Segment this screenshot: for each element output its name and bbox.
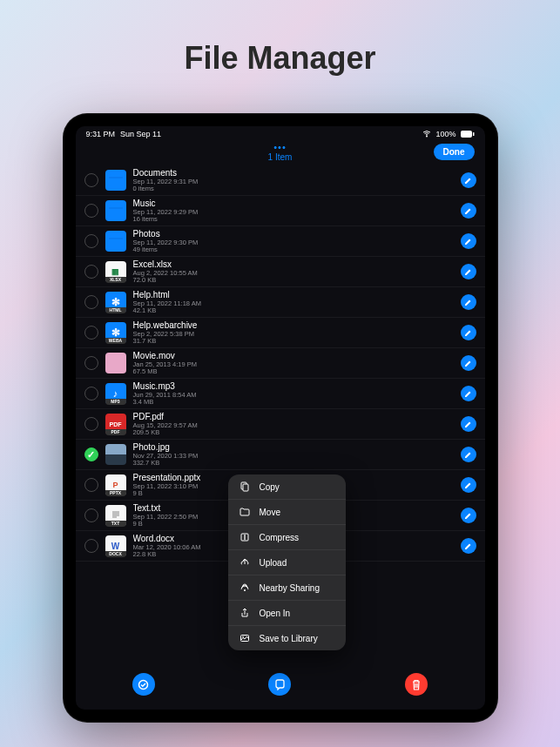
wifi-icon <box>422 131 431 138</box>
file-name: Music <box>133 199 454 209</box>
file-type-icon: TXT <box>105 505 126 526</box>
status-time: 9:31 PM <box>86 130 116 138</box>
file-date: Jan 25, 2013 4:19 PM <box>133 361 454 368</box>
svg-rect-2 <box>473 132 475 136</box>
file-row[interactable]: Movie.movJan 25, 2013 4:19 PM67.5 MB <box>76 348 485 379</box>
edit-button[interactable] <box>461 325 476 340</box>
file-info: MusicSep 11, 2022 9:29 PM16 items <box>133 199 454 224</box>
menu-item-upload[interactable]: Upload <box>228 550 346 575</box>
file-size: 31.7 KB <box>133 338 454 345</box>
selection-checkbox[interactable] <box>84 173 98 187</box>
file-row[interactable]: ♪MP3Music.mp3Jun 29, 2011 8:54 AM3.4 MB <box>76 379 485 409</box>
file-name: Help.webarchive <box>133 320 454 331</box>
file-info: PhotosSep 11, 2022 9:30 PM49 items <box>133 229 454 254</box>
selection-count: 1 Item <box>268 152 293 162</box>
selection-checkbox[interactable] <box>84 387 98 400</box>
file-type-icon: ♪MP3 <box>105 383 126 404</box>
menu-item-compress[interactable]: Compress <box>228 525 346 550</box>
edit-button[interactable] <box>461 203 476 219</box>
done-button[interactable]: Done <box>434 144 475 160</box>
selection-checkbox[interactable] <box>84 234 98 248</box>
file-name: Photos <box>133 229 454 239</box>
file-size: 16 items <box>133 216 454 223</box>
selection-checkbox[interactable] <box>84 508 98 522</box>
menu-item-label: Open In <box>260 609 291 618</box>
edit-button[interactable] <box>461 355 476 371</box>
edit-button[interactable] <box>461 416 476 432</box>
screen: 9:31 PM Sun Sep 11 100% ••• 1 Item Done … <box>76 126 485 710</box>
file-row[interactable]: MusicSep 11, 2022 9:29 PM16 items <box>76 196 485 226</box>
delete-button[interactable] <box>405 673 428 696</box>
edit-button[interactable] <box>461 264 476 279</box>
file-info: Movie.movJan 25, 2013 4:19 PM67.5 MB <box>133 351 454 376</box>
menu-item-label: Compress <box>260 533 300 542</box>
file-name: Help.html <box>133 290 454 300</box>
file-row[interactable]: ✻WEBAHelp.webarchiveSep 2, 2022 5:38 PM3… <box>76 318 485 348</box>
file-type-icon: PPPTX <box>105 474 126 495</box>
edit-button[interactable] <box>461 294 476 310</box>
file-row[interactable]: ▦XLSXExcel.xlsxAug 2, 2022 10:55 AM72.0 … <box>76 257 485 287</box>
nav-bar: ••• 1 Item Done <box>76 140 485 165</box>
edit-button[interactable] <box>461 538 476 554</box>
file-info: Photo.jpgNov 27, 2020 1:33 PM332.7 KB <box>133 442 454 468</box>
file-row[interactable]: ✻HTMLHelp.htmlSep 11, 2022 11:18 AM42.1 … <box>76 287 485 318</box>
copy-icon <box>239 481 251 492</box>
selection-checkbox[interactable] <box>84 417 98 431</box>
compress-icon <box>239 532 251 542</box>
file-size: 42.1 KB <box>133 307 454 314</box>
actions-button[interactable] <box>268 673 291 696</box>
file-row[interactable]: PDFPDFPDF.pdfAug 15, 2022 9:57 AM209.5 K… <box>76 409 485 440</box>
selection-checkbox[interactable] <box>84 295 98 309</box>
tablet-frame: 9:31 PM Sun Sep 11 100% ••• 1 Item Done … <box>63 113 498 723</box>
file-type-icon: ✻HTML <box>105 292 126 313</box>
selection-checkbox[interactable] <box>84 539 98 553</box>
edit-button[interactable] <box>461 477 476 493</box>
selection-checkbox[interactable]: ✓ <box>84 448 98 461</box>
select-all-button[interactable] <box>132 673 155 696</box>
file-row[interactable]: ✓Photo.jpgNov 27, 2020 1:33 PM332.7 KB <box>76 440 485 470</box>
edit-button[interactable] <box>461 447 476 462</box>
status-date: Sun Sep 11 <box>120 130 161 138</box>
selection-checkbox[interactable] <box>84 478 98 492</box>
file-info: DocumentsSep 11, 2022 9:31 PM0 items <box>133 168 454 193</box>
open-icon <box>239 608 251 618</box>
share-icon <box>239 582 251 593</box>
menu-item-save[interactable]: Save to Library <box>228 626 346 650</box>
menu-item-share[interactable]: Nearby Sharing <box>228 575 346 601</box>
selection-checkbox[interactable] <box>84 326 98 340</box>
file-type-icon: ✻WEBA <box>105 322 126 343</box>
menu-item-copy[interactable]: Copy <box>228 474 346 500</box>
edit-button[interactable] <box>461 233 476 249</box>
file-row[interactable]: PhotosSep 11, 2022 9:30 PM49 items <box>76 226 485 257</box>
file-date: Sep 11, 2022 9:30 PM <box>133 239 454 246</box>
status-bar: 9:31 PM Sun Sep 11 100% <box>76 126 485 140</box>
file-type-icon: ▦XLSX <box>105 261 126 282</box>
file-name: PDF.pdf <box>133 412 454 422</box>
svg-rect-5 <box>243 484 248 491</box>
selection-checkbox[interactable] <box>84 265 98 279</box>
file-row[interactable]: DocumentsSep 11, 2022 9:31 PM0 items <box>76 165 485 196</box>
edit-button[interactable] <box>461 172 476 188</box>
menu-item-move[interactable]: Move <box>228 500 346 525</box>
file-date: Sep 11, 2022 9:31 PM <box>133 178 454 185</box>
svg-point-3 <box>139 680 148 689</box>
file-type-icon <box>105 444 126 465</box>
file-date: Aug 2, 2022 10:55 AM <box>133 270 454 277</box>
selection-checkbox[interactable] <box>84 204 98 218</box>
menu-item-open[interactable]: Open In <box>228 601 346 626</box>
file-date: Nov 27, 2020 1:33 PM <box>133 453 454 460</box>
svg-point-9 <box>242 636 244 638</box>
file-size: 332.7 KB <box>133 460 454 467</box>
file-date: Jun 29, 2011 8:54 AM <box>133 392 454 399</box>
file-name: Documents <box>133 168 454 178</box>
battery-icon <box>461 131 475 138</box>
file-type-icon: PDFPDF <box>105 414 126 434</box>
edit-button[interactable] <box>461 386 476 401</box>
file-size: 3.4 MB <box>133 399 454 406</box>
more-icon[interactable]: ••• <box>268 143 293 152</box>
selection-checkbox[interactable] <box>84 356 98 370</box>
file-type-icon <box>105 200 126 221</box>
menu-item-label: Save to Library <box>260 634 318 643</box>
edit-button[interactable] <box>461 508 476 523</box>
menu-item-label: Nearby Sharing <box>260 583 320 593</box>
